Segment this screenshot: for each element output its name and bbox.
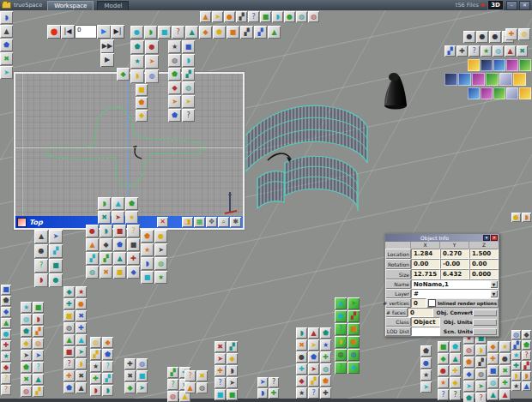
tool-icon[interactable]: ◗	[227, 365, 238, 376]
rotation-y-field[interactable]: -0.00	[440, 259, 469, 269]
tool-icon[interactable]: ▞	[100, 252, 112, 265]
tool-icon[interactable]: ▲	[499, 389, 511, 400]
tool-icon[interactable]: ▞	[49, 244, 63, 258]
tool-icon[interactable]: ✖	[296, 339, 307, 351]
tool-icon[interactable]: ■	[260, 11, 271, 22]
tool-icon[interactable]: ●	[499, 353, 511, 364]
tool-icon[interactable]: ◍	[33, 338, 44, 349]
tool-icon[interactable]	[468, 59, 480, 71]
size-z-field[interactable]: 0.000	[469, 269, 499, 279]
tool-icon[interactable]: ■	[227, 26, 239, 39]
tool-icon[interactable]: ■	[33, 302, 44, 313]
view-zoom-button[interactable]: ⌕	[218, 217, 229, 227]
tool-icon[interactable]: ?	[335, 323, 347, 335]
tool-icon[interactable]: ▞	[167, 367, 178, 378]
tool-icon[interactable]: ★	[154, 271, 167, 284]
tool-icon[interactable]: ▞	[511, 340, 521, 350]
tool-icon[interactable]: ●	[154, 230, 167, 243]
tool-icon[interactable]: ➤	[215, 353, 226, 364]
tool-icon[interactable]: ✚	[215, 365, 226, 376]
faces-field[interactable]: 0	[408, 308, 433, 317]
tool-icon[interactable]: ?	[522, 351, 531, 360]
tool-icon[interactable]: ★	[296, 387, 307, 399]
tool-icon[interactable]: ➤	[21, 350, 32, 361]
tool-icon[interactable]: ▞	[182, 68, 195, 81]
tool-icon[interactable]: ✚	[499, 377, 511, 388]
tool-icon[interactable]: ▞	[236, 11, 247, 22]
tool-icon[interactable]: ◗	[90, 385, 101, 396]
tool-icon[interactable]: ◗	[102, 385, 113, 396]
tool-icon[interactable]: ●	[34, 244, 48, 258]
folder-icon[interactable]	[2, 2, 11, 9]
rotation-x-field[interactable]: 0.00	[411, 259, 440, 269]
tool-icon[interactable]: ●	[224, 11, 235, 22]
tool-icon[interactable]: ▲	[450, 353, 461, 364]
tool-icon[interactable]: ●	[476, 31, 488, 43]
tool-icon[interactable]: ➤	[420, 381, 432, 393]
tool-icon[interactable]: ➤	[308, 339, 319, 351]
tool-icon[interactable]: ■	[215, 389, 226, 400]
tool-icon[interactable]	[506, 59, 518, 71]
tool-icon[interactable]: ★	[511, 381, 521, 391]
tool-icon[interactable]: ▲	[76, 334, 87, 345]
tool-icon[interactable]: ⬟	[168, 68, 181, 81]
tool-icon[interactable]: ?	[450, 389, 461, 400]
tool-icon[interactable]: ●	[335, 310, 347, 322]
tool-icon[interactable]: ✚	[90, 373, 101, 384]
tool-icon[interactable]: ◍	[296, 11, 307, 22]
tool-icon[interactable]: ➤	[182, 95, 195, 108]
tool-icon[interactable]: ◗	[522, 213, 531, 222]
tool-icon[interactable]: ●	[1, 329, 11, 339]
tool-icon[interactable]: ?	[184, 370, 196, 381]
tool-icon[interactable]: ▲	[112, 197, 124, 210]
tool-icon[interactable]: ◗	[257, 388, 268, 399]
tool-icon[interactable]: ◆	[136, 110, 148, 122]
tool-icon[interactable]: ✚	[1, 340, 11, 351]
tool-icon[interactable]: ✖	[215, 341, 226, 352]
tool-icon[interactable]: ?	[475, 393, 487, 402]
tool-icon[interactable]: ◆	[1, 307, 11, 317]
tool-icon[interactable]: ▲	[200, 11, 211, 22]
tool-icon[interactable]: ★	[168, 40, 181, 53]
record-button[interactable]: ●	[47, 25, 61, 39]
tool-icon[interactable]: ◗	[475, 345, 487, 356]
object-info-titlebar[interactable]: Object Info ▾ ✕	[385, 234, 499, 242]
tool-icon[interactable]: ▲	[33, 374, 44, 385]
tool-icon[interactable]: ■	[141, 271, 154, 284]
tool-icon[interactable]: ?	[438, 389, 449, 400]
tool-icon[interactable]: ◗	[335, 336, 347, 348]
tool-icon[interactable]: ◍	[168, 54, 181, 67]
tool-icon[interactable]: ▞	[475, 357, 487, 368]
tool-icon[interactable]: ⬟	[130, 40, 144, 54]
tool-icon[interactable]: ?	[335, 362, 347, 374]
tool-icon[interactable]: ▞	[348, 310, 360, 322]
tool-icon[interactable]	[468, 87, 480, 99]
tool-icon[interactable]: ⬟	[136, 97, 148, 109]
step-forward-button[interactable]: ▶	[100, 53, 114, 67]
tool-icon[interactable]: ⬟	[63, 382, 75, 393]
vertices-field[interactable]: 0	[411, 298, 426, 308]
tool-icon[interactable]: ◗	[144, 26, 157, 39]
tool-icon[interactable]: ◍	[167, 391, 178, 402]
tool-icon[interactable]: ▞	[86, 252, 99, 265]
tool-icon[interactable]: ▲	[268, 26, 281, 39]
tool-icon[interactable]: ▲	[335, 297, 347, 309]
tool-icon[interactable]: ?	[34, 259, 48, 273]
tool-icon[interactable]: ⬟	[21, 326, 32, 337]
tool-icon[interactable]: ◍	[308, 11, 319, 22]
tool-icon[interactable]: ●	[130, 26, 143, 39]
tool-icon[interactable]: ●	[463, 31, 475, 43]
tool-icon[interactable]: ◍	[511, 330, 521, 339]
tool-icon[interactable]: ➤	[227, 377, 238, 388]
tool-icon[interactable]: ✚	[320, 387, 331, 399]
tool-icon[interactable]: ◍	[21, 386, 32, 397]
tool-icon[interactable]: ?	[33, 362, 44, 373]
tool-icon[interactable]: ?	[1, 374, 11, 384]
location-x-field[interactable]: 1.284	[411, 249, 440, 259]
tool-icon[interactable]: ?	[172, 26, 184, 39]
tool-icon[interactable]: ◗	[34, 273, 48, 287]
tool-icon[interactable]: ⬟	[320, 375, 331, 387]
tool-icon[interactable]: ●	[86, 225, 99, 237]
tool-icon[interactable]: ■	[438, 341, 449, 352]
tool-icon[interactable]: ▞	[227, 341, 238, 352]
